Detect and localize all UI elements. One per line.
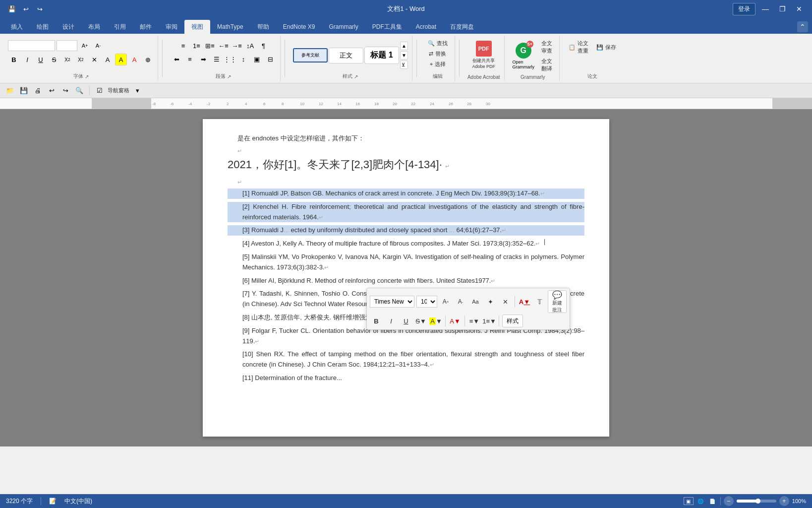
font-name-input[interactable]: Times New (8, 40, 55, 51)
more-font-btn[interactable]: ⊕ (142, 54, 154, 65)
ft-styles-btn[interactable]: 样式 (502, 315, 523, 327)
multilevel-btn[interactable]: ⊞≡ (204, 40, 216, 52)
italic-btn[interactable]: I (21, 54, 33, 65)
ft-strikethrough-btn[interactable]: S▼ (414, 315, 427, 327)
qa-undo2-btn[interactable]: ↩ (46, 85, 58, 97)
para-expand-icon[interactable]: ↗ (227, 74, 231, 79)
nav-dropdown-btn[interactable]: ▾ (131, 85, 143, 97)
ft-font-color-btn[interactable]: A▼ (518, 295, 531, 308)
underline-btn[interactable]: U (35, 54, 47, 65)
numbering-btn[interactable]: 1≡ (191, 40, 203, 52)
ft-text-icon-btn[interactable]: 𝕋 (533, 295, 546, 308)
login-button[interactable]: 登录 (733, 3, 755, 15)
decrease-indent-btn[interactable]: ←≡ (218, 40, 230, 52)
bullets-btn[interactable]: ≡ (177, 40, 189, 52)
ft-grow-btn[interactable]: A+ (439, 295, 452, 308)
tab-layout[interactable]: 布局 (81, 20, 107, 34)
clear-format-btn[interactable]: ✕ (88, 54, 100, 65)
tab-help[interactable]: 帮助 (250, 20, 276, 34)
qa-zoom-btn[interactable]: 🔍 (73, 85, 85, 97)
tab-pdftools[interactable]: PDF工具集 (365, 20, 409, 34)
increase-font-btn[interactable]: A+ (79, 40, 91, 52)
grammarly-check-btn[interactable]: 全文审查 (538, 39, 555, 56)
subscript-btn[interactable]: X2 (61, 54, 73, 65)
qa-print-btn[interactable]: 🖨 (32, 85, 44, 97)
adobe-pdf-btn[interactable]: PDF 创建共共享Adobe PDF (470, 39, 497, 71)
tab-design[interactable]: 设计 (56, 20, 81, 34)
text-effects-btn[interactable]: A (102, 54, 114, 65)
tab-endnote[interactable]: EndNote X9 (276, 20, 322, 34)
tab-mailings[interactable]: 邮件 (133, 20, 159, 34)
ft-font-color2-btn[interactable]: A▼ (449, 315, 462, 327)
increase-indent-btn[interactable]: →≡ (231, 40, 243, 52)
justify-btn[interactable]: ☰ (211, 53, 223, 65)
font-expand-icon[interactable]: ↗ (85, 74, 89, 79)
ruler-body: -8 -6 -4 -2 2 4 6 8 10 12 14 16 18 20 22… (151, 98, 772, 109)
style-body-btn[interactable]: 正文 (329, 48, 363, 64)
ft-bold-btn[interactable]: B (370, 315, 383, 327)
replace-btn[interactable]: ⇄ 替换 (426, 49, 449, 59)
ft-numbering-btn[interactable]: 1≡▼ (483, 315, 496, 327)
ft-italic-btn[interactable]: I (385, 315, 398, 327)
redo-quick-btn[interactable]: ↪ (34, 3, 46, 15)
tab-mathtype[interactable]: MathType (210, 20, 250, 34)
style-up-btn[interactable]: ▲ (400, 42, 408, 50)
align-left-btn[interactable]: ⬅ (171, 53, 182, 65)
style-expand-btn[interactable]: ⊻ (400, 61, 408, 69)
grammarly-main-btn[interactable]: G 5+ OpenGrammarly (511, 39, 537, 73)
bold-btn[interactable]: B (8, 54, 20, 65)
show-marks-btn[interactable]: ¶ (258, 40, 270, 52)
undo-quick-btn[interactable]: ↩ (20, 3, 32, 15)
ft-bullets-btn[interactable]: ≡▼ (468, 315, 481, 327)
close-btn[interactable]: ✕ (792, 2, 806, 16)
ft-font-name-select[interactable]: Times New (370, 296, 414, 308)
style-down-btn[interactable]: ▼ (400, 51, 408, 60)
ft-highlight2-btn[interactable]: A▼ (429, 315, 442, 327)
find-btn[interactable]: 🔍 查找 (425, 39, 451, 48)
select-btn[interactable]: ⌖ 选择 (427, 60, 449, 69)
tab-references[interactable]: 引用 (107, 20, 133, 34)
ft-underline-btn[interactable]: U (400, 315, 412, 327)
save-quick-btn[interactable]: 💾 (6, 3, 18, 15)
tab-baiduyun[interactable]: 百度网盘 (443, 20, 481, 34)
qa-save2-btn[interactable]: 💾 (18, 85, 30, 97)
minimize-btn[interactable]: — (758, 2, 772, 16)
grammarly-trans-btn[interactable]: 全文翻译 (538, 57, 555, 73)
borders-btn[interactable]: ⊟ (264, 53, 276, 65)
paper-save-btn[interactable]: 💾保存 (593, 39, 619, 56)
nav-check-btn[interactable]: ☑ (94, 85, 106, 97)
superscript-btn[interactable]: X2 (75, 54, 87, 65)
tab-review[interactable]: 审阅 (159, 20, 184, 34)
decrease-font-btn[interactable]: A- (92, 40, 104, 52)
style-h1-btn[interactable]: 标题 1 (364, 47, 399, 64)
tab-drawing[interactable]: 绘图 (30, 20, 56, 34)
columns-btn[interactable]: ⋮⋮ (224, 53, 236, 65)
styles-expand-icon[interactable]: ↗ (354, 74, 358, 79)
ft-new-comment-btn[interactable]: 💬 新建 批注 (548, 290, 567, 313)
ft-clear-btn[interactable]: ✕ (499, 295, 512, 308)
qa-open-btn[interactable]: 📁 (4, 85, 16, 97)
ft-effect-btn[interactable]: ✦ (484, 295, 497, 308)
highlight-btn[interactable]: A (115, 54, 127, 65)
ft-shrink-btn[interactable]: A- (454, 295, 467, 308)
tab-grammarly[interactable]: Grammarly (322, 20, 365, 34)
ft-font-size-select[interactable]: 10 (416, 296, 437, 308)
font-size-input[interactable]: 10 (57, 40, 77, 51)
strikethrough-btn[interactable]: S (48, 54, 60, 65)
ribbon-expand-btn[interactable]: ⌃ (797, 21, 808, 32)
tab-insert[interactable]: 插入 (4, 20, 30, 34)
maximize-btn[interactable]: ❐ (775, 2, 789, 16)
ft-case-btn[interactable]: Aa (469, 295, 482, 308)
font-color-btn[interactable]: A (128, 54, 140, 65)
qa-redo2-btn[interactable]: ↪ (59, 85, 71, 97)
tab-acrobat[interactable]: Acrobat (409, 20, 443, 34)
align-center-btn[interactable]: ≡ (184, 53, 196, 65)
align-right-btn[interactable]: ➡ (197, 53, 209, 65)
paper-review-btn[interactable]: 📋论文查重 (566, 39, 591, 56)
sort-btn[interactable]: ↕A (244, 40, 256, 52)
line-spacing-btn[interactable]: ↕ (237, 53, 249, 65)
shading-btn[interactable]: ▣ (251, 53, 263, 65)
ribbon-group-grammarly: G 5+ OpenGrammarly 全文审查 全文翻译 Grammarly (507, 36, 560, 81)
style-ref-btn[interactable]: 参考文献 (293, 48, 328, 63)
tab-view[interactable]: 视图 (184, 20, 210, 34)
